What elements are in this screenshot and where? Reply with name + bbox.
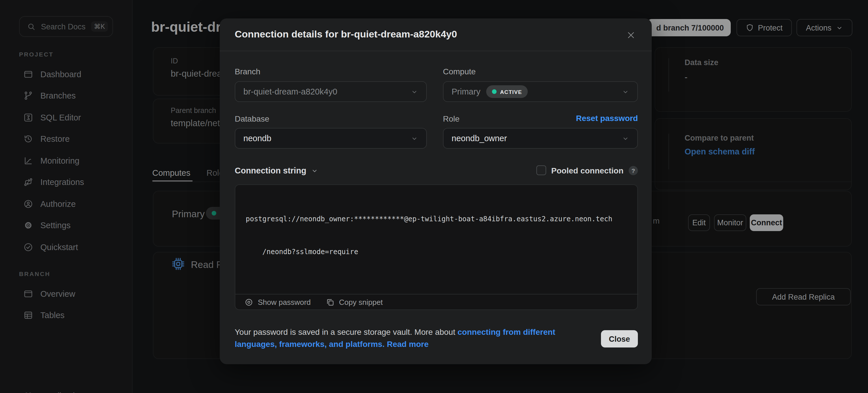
pooled-connection-group: Pooled connection ? [536, 165, 638, 175]
compute-select[interactable]: Primary ACTIVE [443, 81, 638, 102]
database-label: Database [235, 114, 269, 123]
close-button[interactable]: Close [601, 330, 638, 348]
branch-label: Branch [235, 67, 260, 76]
connection-string-selector[interactable]: Connection string [235, 166, 318, 175]
active-dot [492, 89, 497, 94]
reset-password-link[interactable]: Reset password [576, 113, 638, 123]
chevron-down-icon [311, 167, 318, 174]
copy-snippet-button[interactable]: Copy snippet [326, 298, 383, 306]
help-icon[interactable]: ? [629, 166, 638, 175]
role-select[interactable]: neondb_owner [443, 128, 638, 149]
pooled-connection-label: Pooled connection [551, 166, 623, 175]
copy-icon [326, 298, 335, 306]
read-more-link[interactable]: Read more [387, 339, 429, 349]
pooled-connection-checkbox[interactable] [536, 165, 546, 175]
connection-string-box: postgresql://neondb_owner:************@e… [235, 185, 638, 310]
compute-label: Compute [443, 67, 476, 76]
connection-details-modal: Connection details for br-quiet-dream-a8… [220, 19, 652, 364]
code-toolbar: Show password Copy snippet [235, 294, 639, 310]
chevron-down-icon [622, 88, 629, 95]
eye-icon [245, 298, 253, 306]
modal-title: Connection details for br-quiet-dream-a8… [235, 29, 457, 40]
modal-header-divider [220, 51, 652, 51]
chevron-down-icon [622, 135, 629, 142]
chevron-down-icon [411, 135, 418, 142]
close-icon[interactable] [625, 29, 637, 41]
branch-select[interactable]: br-quiet-dream-a820k4y0 [235, 81, 427, 102]
chevron-down-icon [411, 88, 418, 95]
connection-string-code: postgresql://neondb_owner:************@e… [246, 192, 628, 280]
compute-active-badge: ACTIVE [486, 85, 528, 98]
role-label: Role [443, 114, 460, 123]
database-select[interactable]: neondb [235, 128, 427, 149]
modal-footer-text: Your password is saved in a secure stora… [235, 326, 588, 350]
show-password-button[interactable]: Show password [245, 298, 311, 306]
